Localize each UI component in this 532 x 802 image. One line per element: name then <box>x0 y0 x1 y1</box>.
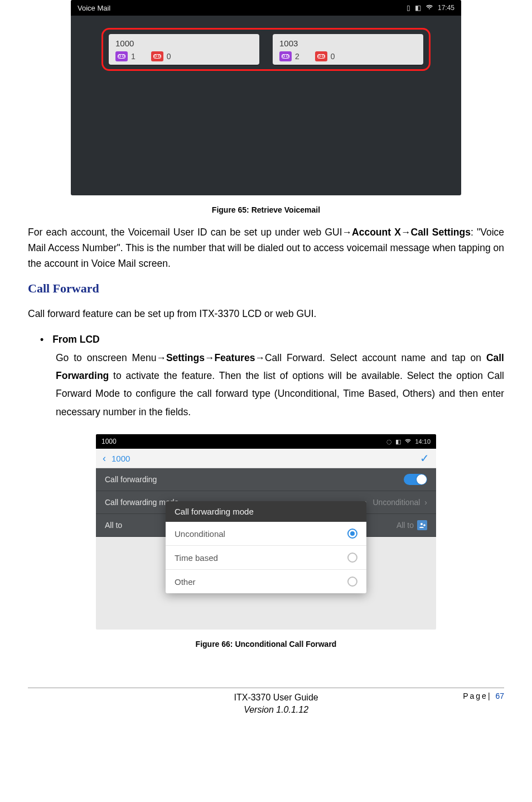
call-forwarding-toggle[interactable] <box>404 474 427 485</box>
wifi-icon <box>425 4 433 12</box>
sim-icon: ▯ <box>407 4 410 12</box>
option-label: Other <box>175 577 196 587</box>
account-number: 1003 <box>279 39 417 48</box>
old-voicemail-icon <box>151 51 163 61</box>
screen-title: 1000 <box>101 438 117 445</box>
nav-bar: ‹ 1000 ✓ <box>96 449 436 468</box>
footer-version: Version 1.0.1.12 <box>89 704 463 716</box>
figure-66-screenshot: 1000 ◌ ◧ 14:10 ‹ 1000 ✓ Call forwarding … <box>96 434 436 630</box>
network-icon: ◧ <box>395 438 401 445</box>
row-value: Unconditional <box>373 498 420 507</box>
screen-title: Voice Mail <box>78 4 110 12</box>
bullet-body: Go to onscreen Menu→Settings→Features→Ca… <box>56 349 504 421</box>
voicemail-config-paragraph: For each account, the Voicemail User ID … <box>28 224 504 271</box>
old-voicemail-count: 0 <box>167 52 171 61</box>
voicemail-status-icon: ◌ <box>386 438 392 445</box>
chevron-right-icon: › <box>424 498 427 507</box>
radio-unselected-icon <box>347 553 357 563</box>
option-label: Unconditional <box>175 529 225 539</box>
row-call-forwarding[interactable]: Call forwarding <box>96 468 436 491</box>
add-contact-icon[interactable] <box>417 520 427 530</box>
clock: 17:45 <box>438 4 454 12</box>
back-icon[interactable]: ‹ <box>103 453 106 464</box>
section-heading-call-forward: Call Forward <box>28 281 504 296</box>
figure-65-caption: Figure 65: Retrieve Voicemail <box>28 205 504 214</box>
new-voicemail-count: 2 <box>295 52 299 61</box>
new-voicemail-icon <box>115 51 128 61</box>
option-unconditional[interactable]: Unconditional <box>166 522 366 546</box>
footer-guide-title: ITX-3370 User Guide <box>89 691 463 704</box>
old-voicemail-icon <box>315 51 327 61</box>
figure-65-screenshot: Voice Mail ▯ ◧ 17:45 1000 1 0 1003 <box>71 0 461 195</box>
wifi-icon <box>404 438 412 445</box>
bullet-title: From LCD <box>40 334 504 345</box>
new-voicemail-icon <box>279 51 292 61</box>
old-voicemail-count: 0 <box>331 52 335 61</box>
from-lcd-bullet: From LCD Go to onscreen Menu→Settings→Fe… <box>40 334 504 421</box>
option-other[interactable]: Other <box>166 570 366 593</box>
confirm-icon[interactable]: ✓ <box>420 452 429 465</box>
footer-rule <box>28 688 504 688</box>
clock: 14:10 <box>415 438 431 445</box>
radio-selected-icon <box>347 529 357 539</box>
option-label: Time based <box>175 553 218 563</box>
page-number: Page| 67 <box>463 691 504 700</box>
option-time-based[interactable]: Time based <box>166 546 366 570</box>
row-label: Call forwarding <box>105 475 157 484</box>
svg-point-0 <box>420 523 423 525</box>
row-label: All to <box>105 521 122 530</box>
voicemail-account-card[interactable]: 1003 2 0 <box>273 34 423 65</box>
voicemail-account-card[interactable]: 1000 1 0 <box>109 34 259 65</box>
account-number: 1000 <box>115 39 253 48</box>
nav-title: 1000 <box>112 454 130 463</box>
figure-66-caption: Figure 66: Unconditional Call Forward <box>28 640 504 649</box>
new-voicemail-count: 1 <box>131 52 136 61</box>
network-icon: ◧ <box>415 4 421 12</box>
page-footer: ITX-3370 User Guide Version 1.0.1.12 Pag… <box>28 691 504 717</box>
dialog-title: Call forwarding mode <box>166 501 366 522</box>
call-forwarding-mode-dialog: Call forwarding mode Unconditional Time … <box>166 501 366 593</box>
radio-unselected-icon <box>347 577 357 587</box>
status-bar: Voice Mail ▯ ◧ 17:45 <box>71 0 461 16</box>
row-value: All to <box>396 521 414 530</box>
voicemail-accounts-highlight: 1000 1 0 1003 2 0 <box>101 28 431 71</box>
status-bar: 1000 ◌ ◧ 14:10 <box>96 434 436 449</box>
call-forward-intro: Call forward feature can be set up from … <box>28 306 504 321</box>
